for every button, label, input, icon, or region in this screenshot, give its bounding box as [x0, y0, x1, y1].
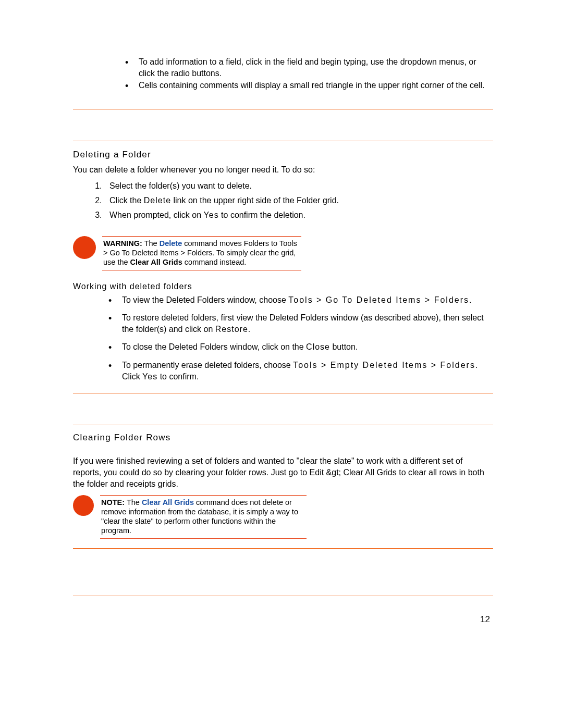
list-item: Select the folder(s) you want to delete. [104, 180, 493, 192]
callout-label: NOTE: [101, 498, 125, 507]
note-callout: NOTE: The Clear All Grids command does n… [73, 495, 493, 539]
warning-dot-icon [73, 236, 96, 259]
text: To close the Deleted Folders window, cli… [122, 342, 306, 351]
command-text: Clear All Grids [142, 498, 194, 507]
emphasis-text: Yes [142, 372, 157, 381]
text: The [125, 498, 142, 507]
emphasis-text: Delete [144, 196, 171, 205]
subheading-working-with-deleted-folders: Working with deleted folders [73, 282, 493, 291]
command-text: Delete [160, 239, 182, 248]
list-item: Click the Delete link on the upper right… [104, 194, 493, 207]
body-text: If you were finished reviewing a set of … [73, 455, 493, 490]
section-divider [73, 141, 493, 141]
section-divider [73, 596, 493, 596]
body-text: You can delete a folder whenever you no … [73, 164, 493, 176]
menu-path: Tools > Go To Deleted Items > Folders [288, 295, 469, 304]
emphasis-text: Restore [215, 325, 248, 334]
text: When prompted, click on [109, 211, 204, 219]
text: link on the upper right side of the Fold… [171, 196, 339, 205]
callout-box: NOTE: The Clear All Grids command does n… [100, 495, 307, 539]
emphasis-text: Yes [204, 211, 219, 219]
list-item: To add information to a field, click in … [121, 56, 493, 79]
text: To view the Deleted Folders window, choo… [122, 295, 288, 304]
text: To restore deleted folders, first view t… [122, 313, 484, 334]
heading-deleting-a-folder: Deleting a Folder [73, 150, 493, 160]
document-page: To add information to a field, click in … [73, 56, 493, 596]
ordered-steps: Select the folder(s) you want to delete.… [73, 180, 493, 221]
text: Click the [109, 196, 144, 205]
text: To permanently erase deleted folders, ch… [122, 361, 293, 369]
text: The [142, 239, 160, 248]
callout-label: WARNING: [103, 239, 142, 248]
command-text: Clear All Grids [130, 258, 182, 266]
text: . [248, 325, 250, 334]
list-item: To restore deleted folders, first view t… [104, 312, 493, 335]
emphasis-text: Close [306, 342, 330, 351]
list-item: To close the Deleted Folders window, cli… [104, 341, 493, 353]
list-item: To permanently erase deleted folders, ch… [104, 360, 493, 382]
warning-callout: WARNING: The Delete command moves Folder… [73, 236, 493, 270]
list-item: Cells containing comments will display a… [121, 80, 493, 91]
list-item: When prompted, click on Yes to confirm t… [104, 209, 493, 221]
text: . [469, 295, 471, 304]
bullet-list: To view the Deleted Folders window, choo… [73, 294, 493, 382]
text: command instead. [182, 258, 247, 266]
text: to confirm. [157, 372, 199, 381]
intro-bullet-list: To add information to a field, click in … [73, 56, 493, 91]
text: button. [330, 342, 358, 351]
heading-clearing-folder-rows: Clearing Folder Rows [73, 433, 493, 443]
section-divider [73, 425, 493, 425]
callout-box: WARNING: The Delete command moves Folder… [102, 236, 301, 270]
list-item: To view the Deleted Folders window, choo… [104, 294, 493, 306]
menu-path: Tools > Empty Deleted Items > Folders [293, 361, 475, 369]
note-dot-icon [73, 495, 94, 516]
text: to confirm the deletion. [219, 211, 305, 219]
page-number: 12 [480, 614, 490, 625]
